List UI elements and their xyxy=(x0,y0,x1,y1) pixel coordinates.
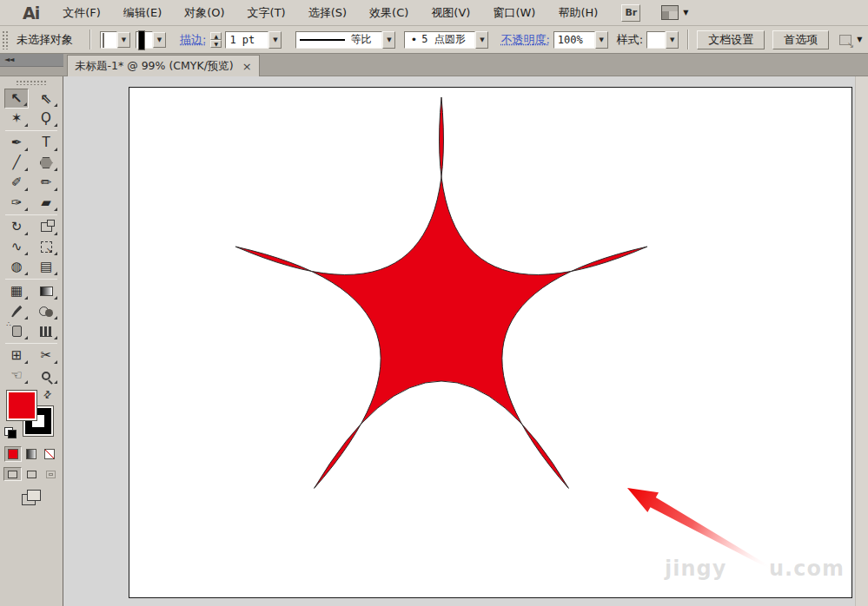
selection-status: 未选择对象 xyxy=(17,32,89,48)
brush-dropdown[interactable]: ▼ xyxy=(475,31,488,49)
brush-preview-icon: • xyxy=(410,33,417,46)
panel-grip-icon[interactable] xyxy=(16,80,47,85)
paint-none-button[interactable] xyxy=(41,446,58,462)
opacity-panel-link[interactable]: 不透明度: xyxy=(500,32,549,48)
swap-fill-stroke-icon[interactable]: ⇄ xyxy=(41,388,55,402)
paint-color-button[interactable] xyxy=(4,446,22,462)
selection-tool[interactable]: ↖ xyxy=(4,89,29,109)
scale-tool[interactable] xyxy=(34,217,58,237)
tools-panel: ↖⇖✶Ϙ✒T╱✐✏✑▰↻∿◍▤▦⊞✂☜ ⇄ xyxy=(0,76,63,606)
fill-color-dropdown[interactable]: ▼ xyxy=(117,32,130,48)
blob-brush-tool-icon: ✑ xyxy=(11,196,23,209)
draw-inside-button[interactable] xyxy=(42,467,60,481)
bridge-button[interactable]: Br xyxy=(621,4,640,22)
fill-color-group: ▼ xyxy=(100,31,130,49)
fill-proxy-swatch[interactable] xyxy=(7,391,36,420)
screen-mode-button[interactable] xyxy=(22,490,41,505)
menu-item[interactable]: 文字(T) xyxy=(236,1,297,25)
style-swatch[interactable] xyxy=(646,31,666,49)
stroke-color-swatch[interactable] xyxy=(136,31,153,49)
opacity-input[interactable]: 100% xyxy=(553,31,595,49)
slice-tool[interactable]: ✂ xyxy=(34,346,58,366)
eyedropper-tool-icon xyxy=(10,306,23,318)
mesh-tool-icon: ▦ xyxy=(10,285,23,298)
free-transform-tool[interactable] xyxy=(34,237,58,257)
eyedropper-tool[interactable] xyxy=(4,301,29,321)
document-tab[interactable]: 未标题-1* @ 99% (CMYK/预览) × xyxy=(67,55,260,76)
stepper-up-icon[interactable]: ▲ xyxy=(210,32,222,40)
stroke-color-dropdown[interactable]: ▼ xyxy=(153,32,166,48)
menu-item[interactable]: 编辑(E) xyxy=(112,1,173,25)
stroke-weight-stepper[interactable]: ▲ ▼ xyxy=(210,32,222,48)
eraser-tool[interactable]: ▰ xyxy=(34,193,58,213)
draw-behind-button[interactable] xyxy=(23,467,41,481)
menu-item[interactable]: 视图(V) xyxy=(420,1,481,25)
hand-tool[interactable]: ☜ xyxy=(4,366,29,385)
canvas-overlay xyxy=(63,76,868,606)
style-dropdown[interactable]: ▼ xyxy=(666,31,679,49)
zoom-tool[interactable] xyxy=(34,366,58,385)
draw-behind-icon xyxy=(27,471,36,478)
stroke-weight-input[interactable]: 1 pt xyxy=(225,31,268,49)
select-similar-objects-button[interactable]: ▼ xyxy=(839,35,862,45)
gradient-tool[interactable] xyxy=(34,281,58,301)
direct-selection-tool[interactable]: ⇖ xyxy=(34,89,58,109)
tab-close-icon[interactable]: × xyxy=(242,60,252,73)
mesh-tool[interactable]: ▦ xyxy=(4,281,29,301)
preferences-button[interactable]: 首选项 xyxy=(772,30,829,49)
pencil-tool[interactable]: ✏ xyxy=(34,173,58,193)
panel-grip-icon[interactable] xyxy=(2,30,8,49)
brush-combo: • 5 点圆形 ▼ xyxy=(404,31,488,49)
column-graph-tool[interactable] xyxy=(34,321,58,341)
stroke-panel-link[interactable]: 描边: xyxy=(180,32,206,48)
stroke-weight-dropdown[interactable]: ▼ xyxy=(268,31,282,49)
star-shape[interactable] xyxy=(235,97,647,488)
paintbrush-tool[interactable]: ✐ xyxy=(4,173,29,193)
fill-color-swatch[interactable] xyxy=(100,31,117,49)
shape-builder-tool[interactable]: ◍ xyxy=(4,257,29,277)
draw-normal-button[interactable] xyxy=(3,467,22,481)
menu-item[interactable]: 帮助(H) xyxy=(547,1,609,25)
workspace-switcher[interactable]: ▼ xyxy=(661,5,688,20)
style-label: 样式: xyxy=(617,32,643,48)
paint-gradient-button[interactable] xyxy=(23,446,40,462)
width-profile-select[interactable]: 等比 xyxy=(295,31,382,49)
symbol-sprayer-tool[interactable] xyxy=(4,321,29,341)
line-segment-tool[interactable]: ╱ xyxy=(4,153,29,173)
toolbar-collapse-button[interactable]: ◄◄ xyxy=(0,54,63,67)
menu-item[interactable]: 效果(C) xyxy=(358,1,420,25)
pen-tool[interactable]: ✒ xyxy=(4,133,29,153)
menu-item[interactable]: 对象(O) xyxy=(173,1,235,25)
menu-item[interactable]: 选择(S) xyxy=(297,1,358,25)
document-setup-button[interactable]: 文档设置 xyxy=(697,30,765,49)
magic-wand-tool[interactable]: ✶ xyxy=(4,109,29,128)
opacity-dropdown[interactable]: ▼ xyxy=(595,31,608,49)
menu-bar-right: Br ▼ xyxy=(621,4,688,22)
brush-select[interactable]: • 5 点圆形 xyxy=(404,31,475,49)
width-profile-dropdown[interactable]: ▼ xyxy=(382,31,395,49)
menu-item[interactable]: 文件(F) xyxy=(51,1,112,25)
stroke-color-group: ▼ xyxy=(136,31,166,49)
column-graph-tool-icon xyxy=(40,326,52,337)
tool-group-separator xyxy=(5,279,57,280)
lasso-tool[interactable]: Ϙ xyxy=(34,109,58,128)
artboard-tool[interactable]: ⊞ xyxy=(4,346,29,366)
blend-tool[interactable] xyxy=(34,301,58,321)
stepper-down-icon[interactable]: ▼ xyxy=(210,40,222,48)
default-fill-stroke-icon[interactable] xyxy=(4,427,17,438)
document-tab-bar: ◄◄ 未标题-1* @ 99% (CMYK/预览) × xyxy=(0,54,868,76)
menu-item[interactable]: 窗口(W) xyxy=(481,1,547,25)
shape-builder-tool-icon: ◍ xyxy=(10,260,22,273)
rotate-tool[interactable]: ↻ xyxy=(4,217,29,237)
canvas-area[interactable]: jingy u.com xyxy=(63,76,868,606)
draw-normal-icon xyxy=(8,471,17,478)
workspace: ↖⇖✶Ϙ✒T╱✐✏✑▰↻∿◍▤▦⊞✂☜ ⇄ jingy xyxy=(0,76,868,606)
shape-tool[interactable] xyxy=(34,153,58,173)
blob-brush-tool[interactable]: ✑ xyxy=(4,193,29,213)
width-tool[interactable]: ∿ xyxy=(4,237,29,257)
document-tab-title: 未标题-1* @ 99% (CMYK/预览) xyxy=(75,59,234,74)
type-tool[interactable]: T xyxy=(34,133,58,153)
width-profile-combo: 等比 ▼ xyxy=(295,31,395,49)
perspective-grid-tool[interactable]: ▤ xyxy=(34,257,58,277)
tools-list: ↖⇖✶Ϙ✒T╱✐✏✑▰↻∿◍▤▦⊞✂☜ xyxy=(0,87,63,385)
